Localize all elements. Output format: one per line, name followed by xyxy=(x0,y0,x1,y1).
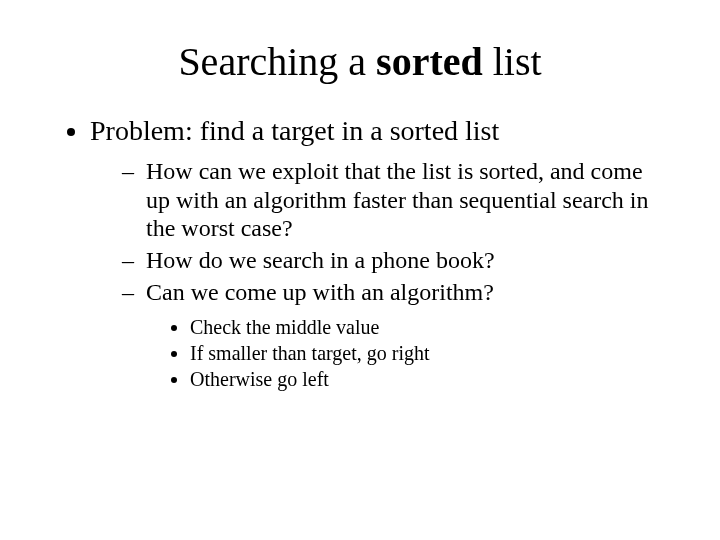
slide: Searching a sorted list Problem: find a … xyxy=(0,0,720,540)
bullet-text: Problem: find a target in a sorted list xyxy=(90,115,499,146)
bullet-text: How do we search in a phone book? xyxy=(146,247,495,273)
bullet-text: Check the middle value xyxy=(190,316,379,338)
bullet-text: If smaller than target, go right xyxy=(190,342,430,364)
list-item: Can we come up with an algorithm? Check … xyxy=(122,278,670,390)
list-item: Check the middle value xyxy=(190,315,670,339)
bullet-list-level2: How can we exploit that the list is sort… xyxy=(90,157,670,391)
bullet-list-level3: Check the middle value If smaller than t… xyxy=(146,315,670,391)
title-text-part1: Searching a xyxy=(178,39,376,84)
list-item: Otherwise go left xyxy=(190,367,670,391)
bullet-list-level1: Problem: find a target in a sorted list … xyxy=(0,115,720,391)
bullet-text: How can we exploit that the list is sort… xyxy=(146,158,649,241)
list-item: How can we exploit that the list is sort… xyxy=(122,157,670,242)
slide-title: Searching a sorted list xyxy=(0,0,720,115)
title-text-bold: sorted xyxy=(376,39,483,84)
bullet-text: Otherwise go left xyxy=(190,368,329,390)
list-item: Problem: find a target in a sorted list … xyxy=(90,115,670,391)
list-item: If smaller than target, go right xyxy=(190,341,670,365)
list-item: How do we search in a phone book? xyxy=(122,246,670,274)
bullet-text: Can we come up with an algorithm? xyxy=(146,279,494,305)
title-text-part2: list xyxy=(483,39,542,84)
